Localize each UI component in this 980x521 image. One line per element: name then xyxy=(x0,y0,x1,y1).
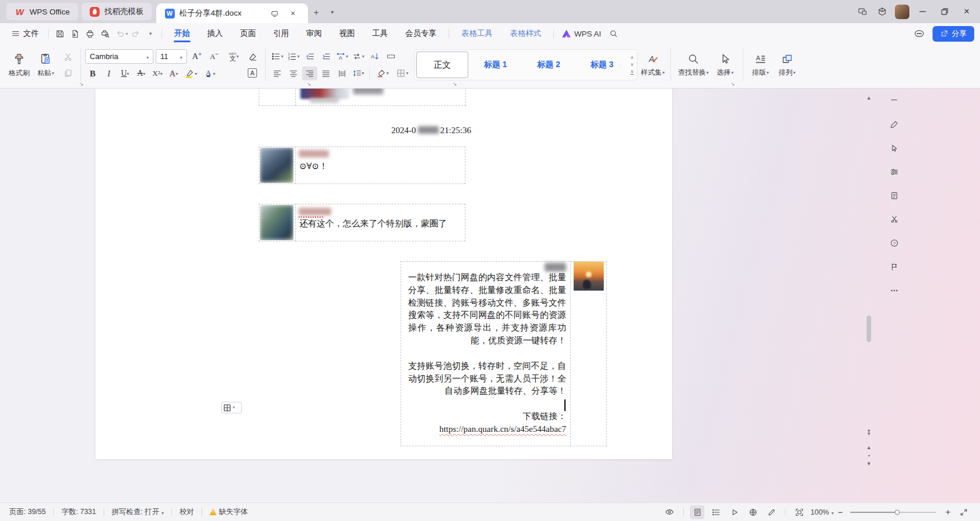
fit-page-icon[interactable] xyxy=(792,505,806,519)
annotate-pen-icon[interactable] xyxy=(886,116,902,132)
clear-format-icon[interactable] xyxy=(245,50,260,64)
outline-view-icon[interactable] xyxy=(709,505,723,519)
arrange-button[interactable]: 排列 xyxy=(774,47,801,83)
increase-indent-icon[interactable] xyxy=(318,50,333,64)
chat-avatar-1[interactable] xyxy=(260,148,293,183)
scrollbar-thumb[interactable] xyxy=(867,315,871,342)
distribute-icon[interactable] xyxy=(335,67,350,80)
tab-docer-templates[interactable]: 找稻壳模板 xyxy=(82,3,152,20)
fullscreen-icon[interactable] xyxy=(956,505,971,519)
style-heading2[interactable]: 标题 2 xyxy=(523,52,575,78)
chat-avatar-sunset[interactable] xyxy=(574,262,604,291)
multi-device-icon[interactable] xyxy=(854,3,871,20)
chat-timestamp[interactable]: 2024-021:25:36 xyxy=(344,126,518,135)
tab-wps-home[interactable]: W WPS Office xyxy=(6,3,78,20)
character-scale-icon[interactable]: A xyxy=(335,50,350,64)
menu-tab-table-tools[interactable]: 表格工具 xyxy=(453,23,501,44)
bold-icon[interactable]: B xyxy=(85,67,100,80)
cloud-sync-icon[interactable] xyxy=(912,26,927,41)
styles-scroll-up-icon[interactable]: ∧ xyxy=(630,55,634,60)
next-page-icon[interactable]: ▼ xyxy=(864,459,874,468)
superscript-icon[interactable]: X² xyxy=(150,67,165,80)
menu-tab-insert[interactable]: 插入 xyxy=(199,23,232,44)
print-icon[interactable] xyxy=(82,26,97,41)
decrease-indent-icon[interactable] xyxy=(302,50,317,64)
vertical-scrollbar[interactable]: ▲ ▾▾ ▲ ▪ ▼ xyxy=(864,89,874,502)
phonetic-guide-icon[interactable]: wén文 xyxy=(224,50,244,64)
style-set-button[interactable]: A 样式集 xyxy=(640,47,666,83)
text-direction-icon[interactable] xyxy=(351,50,366,64)
chat-message-1-text[interactable]: ⊙∀⊙！ xyxy=(299,161,328,172)
border-icon[interactable] xyxy=(393,67,412,80)
screenshot-scissors-icon[interactable] xyxy=(886,211,902,227)
paragraph-dialog-launcher-icon[interactable]: ↘ xyxy=(453,81,457,87)
save-icon[interactable] xyxy=(52,26,67,41)
character-border-icon[interactable]: A xyxy=(245,66,260,80)
font-color-icon[interactable]: A xyxy=(201,67,218,80)
promo-paragraph-1[interactable]: 一款针对热门网盘的内容文件管理、批量分享、批量转存、批量修改重命名、批量检测链接… xyxy=(408,271,566,347)
line-spacing-icon[interactable] xyxy=(351,67,366,80)
style-heading3[interactable]: 标题 3 xyxy=(576,52,628,78)
promo-paragraph-2[interactable]: 支持账号池切换，转存时，空间不足，自动切换到另一个账号，无需人员干涉！全自动多网… xyxy=(408,360,566,398)
bullet-list-icon[interactable] xyxy=(270,50,285,64)
styles-dialog-launcher-icon[interactable]: ↘ xyxy=(731,81,735,87)
typeset-button[interactable]: A 排版 xyxy=(747,47,774,83)
page-view-icon[interactable] xyxy=(690,505,704,519)
share-button[interactable]: 分享 xyxy=(933,26,974,42)
decrease-font-icon[interactable]: A− xyxy=(207,50,222,64)
presentation-play-icon[interactable] xyxy=(727,505,742,519)
menu-tab-tools[interactable]: 工具 xyxy=(364,23,397,44)
proofread-button[interactable]: 校对 xyxy=(179,507,194,517)
zoom-slider-knob[interactable] xyxy=(895,509,900,515)
missing-font-warning[interactable]: 缺失字体 xyxy=(210,507,248,517)
collapse-sidebar-icon[interactable] xyxy=(886,92,902,108)
promo-message-body[interactable]: 一款针对热门网盘的内容文件管理、批量分享、批量转存、批量修改重命名、批量检测链接… xyxy=(408,271,566,436)
text-effect-icon[interactable]: A xyxy=(166,67,181,80)
eye-protect-icon[interactable] xyxy=(662,505,677,519)
tab-close-icon[interactable]: × xyxy=(286,6,300,20)
underline-icon[interactable]: U xyxy=(118,67,133,80)
zoom-slider[interactable] xyxy=(850,512,936,513)
chat-screenshot-thumbnail[interactable] xyxy=(300,89,350,99)
menu-tab-reference[interactable]: 引用 xyxy=(265,23,298,44)
scroll-up-icon[interactable]: ▲ xyxy=(864,93,874,102)
command-search-icon[interactable] xyxy=(606,26,621,41)
format-painter-button[interactable]: 格式刷 xyxy=(6,47,32,83)
next-page-chevrons-icon[interactable]: ▾▾ xyxy=(864,428,874,437)
numbered-list-icon[interactable]: 123 xyxy=(286,50,301,64)
increase-font-icon[interactable]: A+ xyxy=(189,50,204,64)
close-window-button[interactable]: × xyxy=(957,0,977,23)
cut-icon[interactable] xyxy=(60,50,75,64)
restore-button[interactable] xyxy=(935,0,955,23)
chat-avatar-2[interactable] xyxy=(260,205,293,240)
zoom-level[interactable]: 100% xyxy=(810,508,834,516)
font-dialog-launcher-icon[interactable]: ↘ xyxy=(307,81,311,87)
tab-list-chevron-icon[interactable]: ▾ xyxy=(325,5,339,19)
font-name-combobox[interactable]: Cambria xyxy=(85,49,153,64)
italic-icon[interactable]: I xyxy=(101,67,116,80)
menu-tab-page[interactable]: 页面 xyxy=(232,23,265,44)
minimize-button[interactable] xyxy=(913,0,933,23)
strikethrough-icon[interactable]: A xyxy=(134,67,149,80)
tab-screen-mode-icon[interactable] xyxy=(267,6,281,20)
wps-ai-button[interactable]: WPS AI xyxy=(557,30,606,38)
web-view-globe-icon[interactable] xyxy=(746,505,760,519)
spellcheck-toggle[interactable]: 拼写检查: 打开 xyxy=(112,507,164,517)
styles-expand-icon[interactable]: ∨ xyxy=(630,69,634,75)
quickbar-chevron-icon[interactable]: ▾ xyxy=(143,26,158,41)
find-replace-button[interactable]: 查找替换 xyxy=(675,47,712,83)
align-right-icon[interactable] xyxy=(302,67,317,80)
paste-button[interactable]: 粘贴 xyxy=(32,47,59,83)
clipboard-dialog-launcher-icon[interactable]: ↘ xyxy=(79,81,84,87)
export-pdf-icon[interactable] xyxy=(67,26,82,41)
help-icon[interactable]: ? xyxy=(886,235,902,251)
menu-tab-member[interactable]: 会员专享 xyxy=(397,23,445,44)
table-quick-tool[interactable]: ▾ xyxy=(221,402,242,413)
sort-icon[interactable]: A xyxy=(367,50,382,64)
edit-pencil-icon[interactable] xyxy=(764,505,779,519)
file-menu-button[interactable]: 文件 xyxy=(6,25,45,42)
align-center-icon[interactable] xyxy=(286,67,301,80)
justify-icon[interactable] xyxy=(318,67,333,80)
styles-scroll-down-icon[interactable]: ∨ xyxy=(630,62,634,67)
highlight-color-icon[interactable] xyxy=(182,67,200,80)
